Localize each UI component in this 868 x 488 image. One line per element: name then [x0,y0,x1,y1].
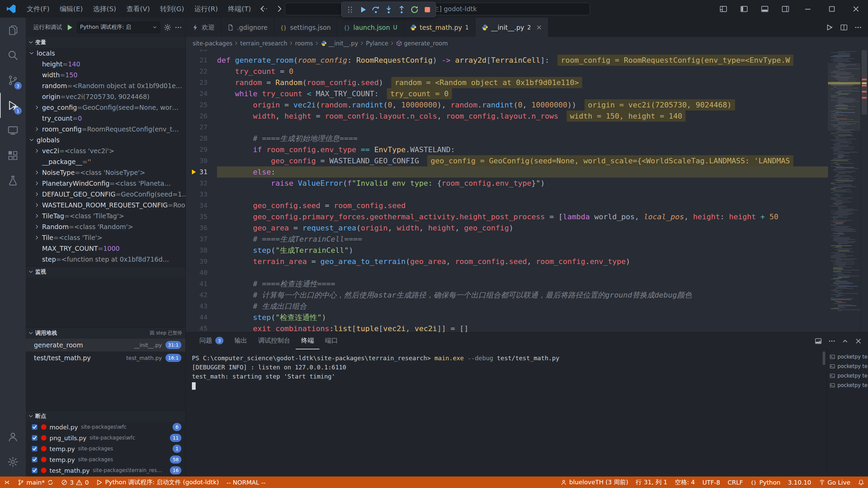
debug-restart-button[interactable] [408,3,421,16]
variable-row[interactable]: geo_config = GeoConfig(seed=None, wor… [26,102,185,113]
breadcrumb-item[interactable]: __init__.py [321,40,358,47]
breadcrumb-item[interactable]: rooms [295,40,313,47]
terminal-scrollbar[interactable] [821,349,827,476]
editor-tab[interactable]: .gdignore [221,18,274,37]
gutter-line-number[interactable]: 45 [186,323,217,332]
activity-remote-explorer[interactable] [0,118,26,143]
code-line[interactable]: 26 width, height = room_config.layout.n_… [186,110,828,122]
gutter-line-number[interactable]: 23 [186,77,217,88]
menu-item[interactable]: 终端(T) [223,0,256,18]
code-line[interactable]: 40 [186,267,828,278]
gutter-line-number[interactable]: 20 [186,49,217,55]
editor-tab[interactable]: __init__.py 2 [475,18,549,37]
gutter-line-number[interactable]: 22 [186,66,217,77]
variable-row[interactable]: height = 140 [26,59,185,69]
breakpoint-row[interactable]: model.py site-packages\wfc 6 [26,422,185,432]
panel-tab[interactable]: 调试控制台 [253,332,296,349]
gutter-line-number[interactable]: 39 [186,256,217,267]
menu-item[interactable]: 文件(F) [22,0,55,18]
status-cursor-position[interactable]: 行 31, 列 1 [632,476,671,488]
minimize-button[interactable] [796,0,820,18]
panel-left-button[interactable] [734,0,754,18]
panel-close-button[interactable] [855,338,862,345]
gutter-line-number[interactable]: 24 [186,88,217,99]
editor-more-actions-button[interactable] [854,24,862,31]
breakpoint-row[interactable]: temp.py site-packages 1 [26,443,185,454]
code-line[interactable]: 29 if room_config.env_type == EnvType.WA… [186,144,828,155]
code-line[interactable]: 25 origin = vec2i(random.randint(0, 1000… [186,99,828,110]
activity-account[interactable] [0,424,26,449]
debug-step-into-button[interactable] [382,3,395,16]
code-line[interactable]: 45 exit_combinations:list[tuple[vec2i, v… [186,323,828,332]
minimap[interactable] [828,49,861,332]
menu-item[interactable]: 编辑(E) [55,0,88,18]
editor-scrollbar[interactable] [861,49,868,332]
status-git-blame[interactable]: blueloveTH (3 周前) [557,476,632,488]
gear-icon[interactable] [164,24,171,31]
nav-back-icon[interactable] [258,5,267,13]
code-line[interactable]: 36 geo_area = request_area(origin, width… [186,222,828,233]
terminal-new-button[interactable] [815,338,822,345]
variable-row[interactable]: random = <Random object at 0x1bf9d01e… [26,80,185,91]
variable-row[interactable]: vec2i = <class 'vec2i'> [26,145,185,156]
status-git-branch[interactable]: main* [14,476,57,488]
menu-item[interactable]: 运行(R) [189,0,223,18]
gutter-line-number[interactable]: 38 [186,245,217,256]
gutter-line-number[interactable]: 36 [186,222,217,233]
status-python-version[interactable]: 3.10.10 [784,476,815,488]
breakpoint-checkbox-icon[interactable] [31,445,38,452]
status-notifications[interactable] [854,476,868,488]
activity-testing[interactable] [0,168,26,193]
gutter-line-number[interactable]: 27 [186,122,217,133]
panel-tab[interactable]: 问题3 [194,332,229,349]
menu-item[interactable]: 选择(S) [88,0,121,18]
more-actions-icon[interactable] [175,24,182,31]
breakpoint-checkbox-icon[interactable] [31,424,38,430]
activity-run-and-debug[interactable]: 1 [0,93,26,118]
breakpoint-checkbox-icon[interactable] [31,456,38,463]
variable-row[interactable]: Random = <class 'Random'> [26,221,185,232]
status-remote-indicator[interactable] [0,476,14,488]
status-vim-mode[interactable]: -- NORMAL -- [223,476,269,488]
layout-grid-button[interactable] [713,0,734,18]
gutter-line-number[interactable]: 35 [186,211,217,222]
gutter-line-number[interactable]: 44 [186,312,217,323]
variable-row[interactable]: step = <function step at 0x1bf8d716d… [26,254,185,265]
menu-item[interactable]: 查看(V) [121,0,155,18]
close-button[interactable] [844,0,868,18]
breakpoints-section-header[interactable]: 断点 [26,411,185,422]
nav-forward-icon[interactable] [275,5,283,13]
gutter-line-number[interactable]: 29 [186,144,217,155]
gutter-line-number[interactable]: 40 [186,267,217,278]
maximize-button[interactable] [820,0,844,18]
variable-row[interactable]: PlanetaryWindConfig = <class 'Planeta… [26,178,185,189]
callstack-frame[interactable]: generate_room __init__.py 31:1 [26,339,185,351]
panel-bottom-button[interactable] [754,0,775,18]
variable-row[interactable]: Tile = <class 'Tile'> [26,232,185,243]
code-line[interactable]: 31 else: [186,166,828,178]
gutter-line-number[interactable]: 31 [186,166,217,178]
run-python-file-button[interactable] [826,24,833,31]
breakpoint-row[interactable]: temp.py site-packages 58 [26,454,185,465]
panel-tab[interactable]: 输出 [229,332,253,349]
gutter-line-number[interactable]: 30 [186,155,217,166]
debug-config-select[interactable]: Python 调试程序: 启 [77,22,160,33]
gutter-line-number[interactable]: 37 [186,233,217,245]
panel-tab[interactable]: 端口 [319,332,343,349]
breakpoint-checkbox-icon[interactable] [31,434,38,441]
activity-search[interactable] [0,43,26,68]
variable-row[interactable]: MAX_TRY_COUNT = 1000 [26,243,185,254]
code-line[interactable]: 35 geo_config.primary_forces.geothermal_… [186,211,828,222]
variable-row[interactable]: width = 150 [26,69,185,80]
debug-continue-button[interactable] [356,3,369,16]
debug-stop-button[interactable] [421,3,434,16]
terminal-list-item[interactable]: pocketpy te… [827,362,868,371]
status-encoding[interactable]: UTF-8 [698,476,724,488]
status-go-live[interactable]: Go Live [815,476,854,488]
variable-row[interactable]: WASTELAND_ROOM_REQUEST_CONFIG = RoomR… [26,200,185,210]
editor-tab[interactable]: {} launch.json U [337,18,404,37]
debug-grip-button[interactable] [343,3,356,16]
status-eol[interactable]: CRLF [724,476,747,488]
menu-item[interactable]: 转到(G) [155,0,189,18]
terminal-list-item[interactable]: pocketpy te… [827,371,868,381]
